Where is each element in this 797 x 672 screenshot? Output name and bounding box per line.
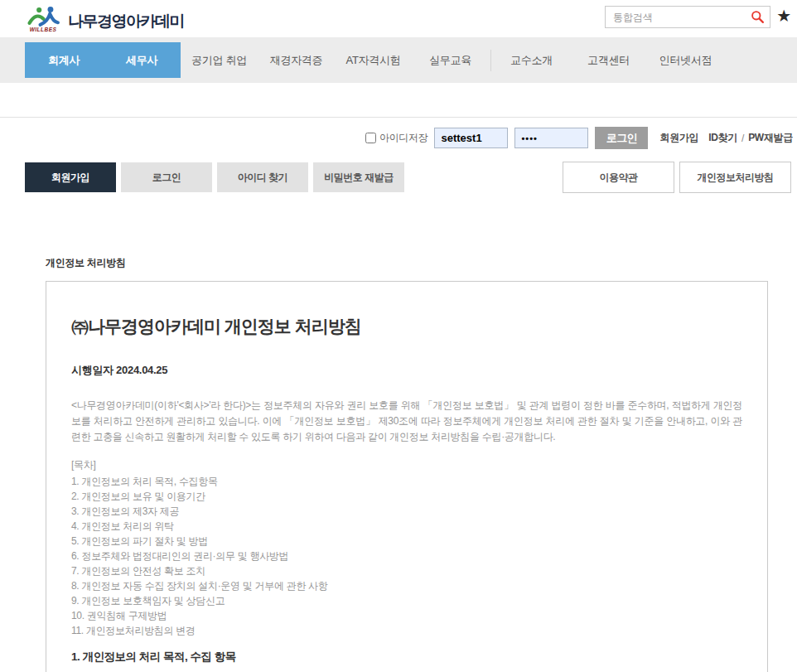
- tab-signup[interactable]: 회원가입: [25, 162, 116, 192]
- remember-id-checkbox[interactable]: [365, 133, 376, 143]
- effective-date: 시행일자 2024.04.25: [71, 363, 742, 378]
- find-id-link[interactable]: ID찾기: [708, 131, 737, 145]
- tab-reset-password[interactable]: 비밀번호 재발급: [313, 162, 404, 192]
- nav-item-professors[interactable]: 교수소개: [493, 53, 570, 68]
- site-title: 나무경영아카데미: [68, 11, 184, 32]
- toc-item: 4. 개인정보 처리의 위탁: [71, 519, 742, 534]
- page: WILLBES 나무경영아카데미 ★ 회계사 세무사 공기업 취업 재경자격증 …: [0, 0, 797, 672]
- nav-item-tax-accountant[interactable]: 세무사: [103, 42, 181, 78]
- terms-button[interactable]: 이용약관: [563, 162, 674, 193]
- toc-item: 5. 개인정보의 파기 절차 및 방법: [71, 534, 742, 549]
- favorite-star-icon[interactable]: ★: [776, 7, 791, 24]
- login-id-input[interactable]: [434, 128, 508, 148]
- logo[interactable]: WILLBES 나무경영아카데미: [25, 6, 184, 32]
- nav-active-group: 회계사 세무사: [25, 42, 181, 78]
- login-button[interactable]: 로그인: [595, 127, 648, 149]
- toc-item: 1. 개인정보의 처리 목적, 수집항목: [71, 474, 742, 489]
- logo-willbes-label: WILLBES: [30, 27, 57, 32]
- privacy-policy-panel: ㈜나무경영아카데미 개인정보 처리방침 시행일자 2024.04.25 <나무경…: [46, 281, 768, 672]
- member-tab-bar: 회원가입 로그인 아이디 찾기 비밀번호 재발급 이용약관 개인정보처리방침: [0, 162, 797, 193]
- tab-find-id[interactable]: 아이디 찾기: [217, 162, 308, 192]
- tab-login[interactable]: 로그인: [121, 162, 212, 192]
- toc-item: 11. 개인정보처리방침의 변경: [71, 623, 742, 638]
- toc-item: 3. 개인정보의 제3자 제공: [71, 504, 742, 519]
- toc-item: 8. 개인정보 자동 수집 장치의 설치·운영 및 거부에 관한 사항: [71, 578, 742, 593]
- search-box: [605, 6, 770, 28]
- toc-list: 1. 개인정보의 처리 목적, 수집항목 2. 개인정보의 보유 및 이용기간 …: [71, 474, 742, 638]
- privacy-policy-button[interactable]: 개인정보처리방침: [679, 162, 791, 193]
- search-icon[interactable]: [751, 10, 765, 27]
- nav-item-finance-cert[interactable]: 재경자격증: [258, 53, 335, 68]
- nav-item-bookstore[interactable]: 인터넷서점: [647, 53, 724, 68]
- willbes-logo-icon: WILLBES: [25, 6, 61, 32]
- toc-item: 10. 권익침해 구제방법: [71, 608, 742, 623]
- nav-divider: [490, 50, 491, 71]
- search-input[interactable]: [605, 6, 770, 28]
- login-password-input[interactable]: [514, 128, 588, 148]
- nav-item-accountant[interactable]: 회계사: [25, 42, 103, 78]
- section-1-heading: 1. 개인정보의 처리 목적, 수집 항목: [71, 650, 742, 665]
- toc-label: [목차]: [71, 458, 742, 472]
- login-links: 회원가입 ID찾기 / PW재발급: [659, 131, 793, 145]
- main-nav: 회계사 세무사 공기업 취업 재경자격증 AT자격시험 실무교육 교수소개 고객…: [0, 37, 797, 83]
- nav-item-at-exam[interactable]: AT자격시험: [335, 53, 412, 68]
- remember-id-label[interactable]: 아이디저장: [365, 131, 428, 145]
- find-pw-link[interactable]: PW재발급: [748, 131, 793, 145]
- policy-intro: <나무경영아카데미(이하'<회사>'라 한다)>는 정보주체의 자유와 권리 보…: [71, 398, 742, 445]
- login-bar: 아이디저장 로그인 회원가입 ID찾기 / PW재발급: [0, 127, 797, 149]
- toc-item: 9. 개인정보 보호책임자 및 상담신고: [71, 593, 742, 608]
- toc-item: 6. 정보주체와 법정대리인의 권리·의무 및 행사방법: [71, 549, 742, 563]
- header: WILLBES 나무경영아카데미 ★: [0, 0, 797, 37]
- policy-title: ㈜나무경영아카데미 개인정보 처리방침: [71, 315, 742, 338]
- nav-item-public-jobs[interactable]: 공기업 취업: [181, 53, 258, 68]
- nav-item-practical-edu[interactable]: 실무교육: [412, 53, 489, 68]
- nav-item-customer-center[interactable]: 고객센터: [570, 53, 647, 68]
- toc-item: 7. 개인정보의 안전성 확보 조치: [71, 563, 742, 578]
- divider-line: [0, 117, 797, 118]
- page-title: 개인정보 처리방침: [46, 256, 797, 270]
- remember-id-text: 아이디저장: [379, 131, 428, 145]
- toc-item: 2. 개인정보의 보유 및 이용기간: [71, 489, 742, 504]
- signup-link[interactable]: 회원가입: [659, 131, 698, 145]
- policy-buttons: 이용약관 개인정보처리방침: [563, 162, 791, 193]
- link-separator: /: [741, 133, 744, 144]
